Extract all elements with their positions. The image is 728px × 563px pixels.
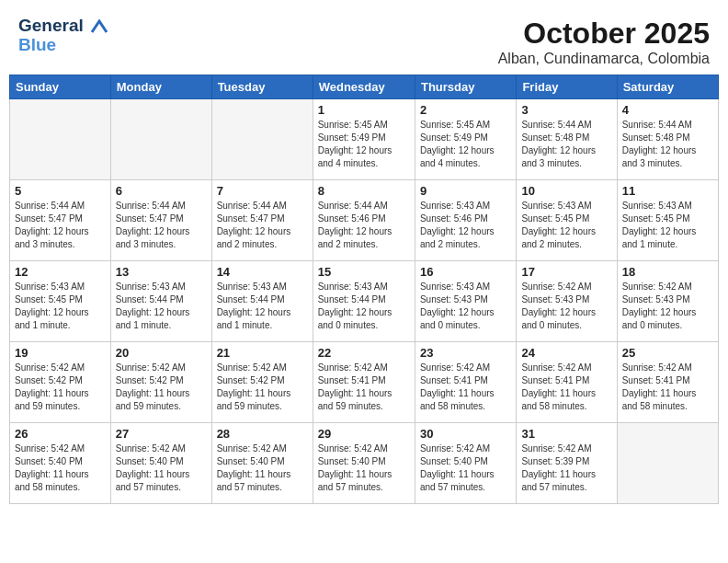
calendar-cell-2-2: 6Sunrise: 5:44 AM Sunset: 5:47 PM Daylig… (110, 180, 211, 261)
weekday-header-row: SundayMondayTuesdayWednesdayThursdayFrid… (10, 75, 719, 99)
calendar-cell-2-6: 10Sunrise: 5:43 AM Sunset: 5:45 PM Dayli… (517, 180, 617, 261)
day-info: Sunrise: 5:45 AM Sunset: 5:49 PM Dayligh… (318, 119, 410, 170)
calendar-cell-2-5: 9Sunrise: 5:43 AM Sunset: 5:46 PM Daylig… (415, 180, 516, 261)
calendar-cell-1-4: 1Sunrise: 5:45 AM Sunset: 5:49 PM Daylig… (313, 99, 415, 180)
logo-blue: Blue (18, 36, 108, 55)
logo-icon (90, 19, 108, 34)
day-number: 20 (116, 346, 207, 360)
calendar-cell-3-2: 13Sunrise: 5:43 AM Sunset: 5:44 PM Dayli… (110, 261, 211, 342)
day-info: Sunrise: 5:42 AM Sunset: 5:41 PM Dayligh… (318, 362, 410, 413)
day-info: Sunrise: 5:43 AM Sunset: 5:44 PM Dayligh… (217, 281, 308, 332)
logo-text: General (18, 16, 84, 35)
calendar-cell-5-1: 26Sunrise: 5:42 AM Sunset: 5:40 PM Dayli… (10, 423, 111, 504)
day-info: Sunrise: 5:42 AM Sunset: 5:40 PM Dayligh… (318, 442, 410, 494)
calendar-cell-4-3: 21Sunrise: 5:42 AM Sunset: 5:42 PM Dayli… (211, 342, 313, 423)
calendar-cell-1-1 (10, 99, 111, 180)
calendar-cell-2-7: 11Sunrise: 5:43 AM Sunset: 5:45 PM Dayli… (617, 180, 718, 261)
calendar-cell-5-7 (617, 423, 718, 504)
day-info: Sunrise: 5:44 AM Sunset: 5:46 PM Dayligh… (318, 200, 410, 251)
calendar-cell-3-6: 17Sunrise: 5:42 AM Sunset: 5:43 PM Dayli… (517, 261, 617, 342)
day-number: 27 (116, 427, 207, 441)
day-info: Sunrise: 5:44 AM Sunset: 5:47 PM Dayligh… (15, 200, 106, 251)
week-row-5: 26Sunrise: 5:42 AM Sunset: 5:40 PM Dayli… (10, 423, 719, 504)
calendar-cell-4-7: 25Sunrise: 5:42 AM Sunset: 5:41 PM Dayli… (617, 342, 718, 423)
day-info: Sunrise: 5:42 AM Sunset: 5:41 PM Dayligh… (420, 362, 511, 413)
day-number: 25 (622, 346, 713, 360)
day-number: 18 (622, 265, 713, 279)
day-number: 10 (521, 184, 611, 198)
weekday-header-monday: Monday (110, 75, 211, 99)
day-info: Sunrise: 5:43 AM Sunset: 5:45 PM Dayligh… (15, 281, 106, 332)
day-info: Sunrise: 5:43 AM Sunset: 5:45 PM Dayligh… (521, 200, 611, 251)
calendar-cell-4-4: 22Sunrise: 5:42 AM Sunset: 5:41 PM Dayli… (313, 342, 415, 423)
week-row-3: 12Sunrise: 5:43 AM Sunset: 5:45 PM Dayli… (10, 261, 719, 342)
day-info: Sunrise: 5:42 AM Sunset: 5:40 PM Dayligh… (217, 442, 308, 494)
calendar-cell-3-3: 14Sunrise: 5:43 AM Sunset: 5:44 PM Dayli… (211, 261, 313, 342)
day-info: Sunrise: 5:42 AM Sunset: 5:39 PM Dayligh… (521, 442, 611, 494)
day-info: Sunrise: 5:45 AM Sunset: 5:49 PM Dayligh… (420, 119, 511, 170)
day-number: 12 (15, 265, 106, 279)
day-info: Sunrise: 5:42 AM Sunset: 5:43 PM Dayligh… (622, 281, 713, 332)
day-number: 16 (420, 265, 511, 279)
title-block: October 2025 Alban, Cundinamarca, Colomb… (498, 17, 710, 67)
weekday-header-saturday: Saturday (617, 75, 718, 99)
calendar-cell-2-4: 8Sunrise: 5:44 AM Sunset: 5:46 PM Daylig… (313, 180, 415, 261)
weekday-header-wednesday: Wednesday (313, 75, 415, 99)
calendar-cell-1-7: 4Sunrise: 5:44 AM Sunset: 5:48 PM Daylig… (617, 99, 718, 180)
day-number: 2 (420, 103, 511, 117)
day-number: 17 (521, 265, 611, 279)
page-header: General Blue October 2025 Alban, Cundina… (9, 9, 719, 71)
day-info: Sunrise: 5:44 AM Sunset: 5:47 PM Dayligh… (217, 200, 308, 251)
day-number: 7 (217, 184, 308, 198)
calendar-cell-3-1: 12Sunrise: 5:43 AM Sunset: 5:45 PM Dayli… (10, 261, 111, 342)
day-number: 31 (521, 427, 611, 441)
day-info: Sunrise: 5:44 AM Sunset: 5:48 PM Dayligh… (521, 119, 611, 170)
calendar-cell-3-7: 18Sunrise: 5:42 AM Sunset: 5:43 PM Dayli… (617, 261, 718, 342)
day-number: 22 (318, 346, 410, 360)
logo: General Blue (18, 17, 108, 55)
day-info: Sunrise: 5:43 AM Sunset: 5:45 PM Dayligh… (622, 200, 713, 251)
day-number: 23 (420, 346, 511, 360)
calendar-cell-4-5: 23Sunrise: 5:42 AM Sunset: 5:41 PM Dayli… (415, 342, 516, 423)
day-number: 30 (420, 427, 511, 441)
calendar-cell-3-5: 16Sunrise: 5:43 AM Sunset: 5:43 PM Dayli… (415, 261, 516, 342)
day-number: 19 (15, 346, 106, 360)
day-info: Sunrise: 5:42 AM Sunset: 5:41 PM Dayligh… (622, 362, 713, 413)
day-info: Sunrise: 5:42 AM Sunset: 5:41 PM Dayligh… (521, 362, 611, 413)
day-info: Sunrise: 5:42 AM Sunset: 5:40 PM Dayligh… (116, 442, 207, 494)
calendar-cell-3-4: 15Sunrise: 5:43 AM Sunset: 5:44 PM Dayli… (313, 261, 415, 342)
day-number: 5 (15, 184, 106, 198)
day-info: Sunrise: 5:42 AM Sunset: 5:42 PM Dayligh… (116, 362, 207, 413)
day-number: 13 (116, 265, 207, 279)
weekday-header-tuesday: Tuesday (211, 75, 313, 99)
day-info: Sunrise: 5:43 AM Sunset: 5:43 PM Dayligh… (420, 281, 511, 332)
day-number: 9 (420, 184, 511, 198)
calendar-cell-5-5: 30Sunrise: 5:42 AM Sunset: 5:40 PM Dayli… (415, 423, 516, 504)
weekday-header-friday: Friday (517, 75, 617, 99)
week-row-4: 19Sunrise: 5:42 AM Sunset: 5:42 PM Dayli… (10, 342, 719, 423)
calendar-cell-1-3 (211, 99, 313, 180)
day-info: Sunrise: 5:44 AM Sunset: 5:47 PM Dayligh… (116, 200, 207, 251)
day-number: 8 (318, 184, 410, 198)
week-row-1: 1Sunrise: 5:45 AM Sunset: 5:49 PM Daylig… (10, 99, 719, 180)
day-number: 24 (521, 346, 611, 360)
calendar-cell-2-3: 7Sunrise: 5:44 AM Sunset: 5:47 PM Daylig… (211, 180, 313, 261)
day-number: 6 (116, 184, 207, 198)
calendar-cell-5-4: 29Sunrise: 5:42 AM Sunset: 5:40 PM Dayli… (313, 423, 415, 504)
day-number: 1 (318, 103, 410, 117)
day-info: Sunrise: 5:43 AM Sunset: 5:44 PM Dayligh… (116, 281, 207, 332)
calendar-cell-5-3: 28Sunrise: 5:42 AM Sunset: 5:40 PM Dayli… (211, 423, 313, 504)
day-number: 11 (622, 184, 713, 198)
calendar-cell-4-2: 20Sunrise: 5:42 AM Sunset: 5:42 PM Dayli… (110, 342, 211, 423)
day-number: 3 (521, 103, 611, 117)
day-info: Sunrise: 5:42 AM Sunset: 5:40 PM Dayligh… (420, 442, 511, 494)
calendar-table: SundayMondayTuesdayWednesdayThursdayFrid… (9, 75, 719, 504)
day-info: Sunrise: 5:42 AM Sunset: 5:42 PM Dayligh… (217, 362, 308, 413)
day-info: Sunrise: 5:43 AM Sunset: 5:46 PM Dayligh… (420, 200, 511, 251)
day-number: 15 (318, 265, 410, 279)
week-row-2: 5Sunrise: 5:44 AM Sunset: 5:47 PM Daylig… (10, 180, 719, 261)
calendar-cell-2-1: 5Sunrise: 5:44 AM Sunset: 5:47 PM Daylig… (10, 180, 111, 261)
month-title: October 2025 (498, 17, 710, 51)
day-info: Sunrise: 5:44 AM Sunset: 5:48 PM Dayligh… (622, 119, 713, 170)
day-number: 26 (15, 427, 106, 441)
